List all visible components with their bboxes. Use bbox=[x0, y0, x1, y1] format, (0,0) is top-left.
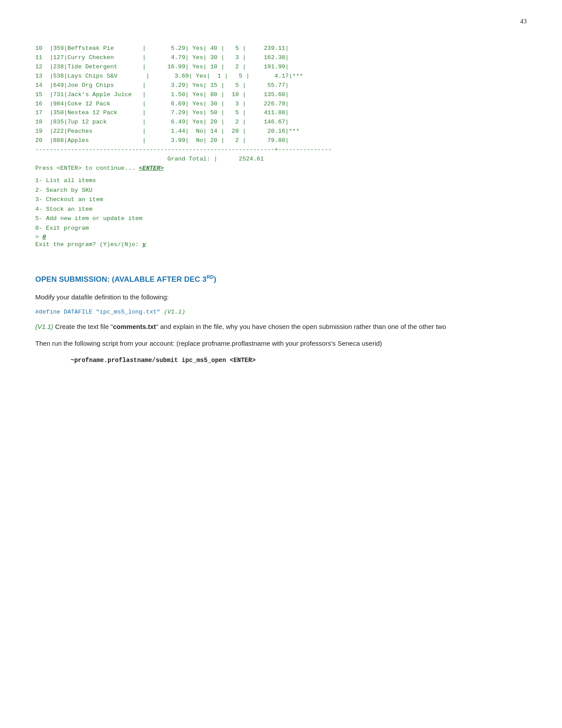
exit-input-value: y bbox=[142, 241, 146, 248]
prompt-symbol: > bbox=[35, 234, 42, 240]
page-number: 43 bbox=[520, 18, 527, 25]
heading-text: OPEN SUBMISSION: (AVALABLE AFTER DEC 3 bbox=[35, 275, 207, 284]
code-define-line: #define DATAFILE "ipc_ms5_long.txt" (V1.… bbox=[35, 309, 527, 315]
body-text-3: Then run the following script from your … bbox=[35, 338, 527, 349]
body2-text1: Create the text file " bbox=[53, 323, 113, 330]
define-code: #define DATAFILE "ipc_ms5_long.txt" bbox=[35, 309, 160, 315]
terminal-block: 10 |359|Beffsteak Pie | 5.29| Yes| 40 | … bbox=[35, 44, 527, 173]
version-code: (V1.1) bbox=[164, 309, 186, 315]
body2-bold: comments.txt bbox=[113, 323, 156, 330]
exit-line: Exit the program? (Y)es/(N)o: y bbox=[35, 241, 527, 248]
heading-close: ) bbox=[214, 275, 216, 284]
body2-version: (V1.1) bbox=[35, 323, 53, 330]
body-text-2: (V1.1) Create the text file "comments.tx… bbox=[35, 321, 527, 332]
submit-command: ~profname.proflastname/submit ipc_ms5_op… bbox=[71, 357, 527, 364]
section-heading: OPEN SUBMISSION: (AVALABLE AFTER DEC 3RD… bbox=[35, 274, 527, 284]
prompt-line: > 0 bbox=[35, 234, 527, 240]
body-text-1: Modify your datafile definition to the f… bbox=[35, 292, 527, 302]
body2-text2: " and explain in the file, why you have … bbox=[156, 323, 446, 330]
heading-sup: RD bbox=[207, 274, 214, 280]
prompt-input-value: 0 bbox=[42, 234, 46, 240]
menu-block: 1- List all items 2- Search by SKU 3- Ch… bbox=[35, 176, 527, 233]
exit-prompt-text: Exit the program? (Y)es/(N)o: bbox=[35, 241, 142, 248]
